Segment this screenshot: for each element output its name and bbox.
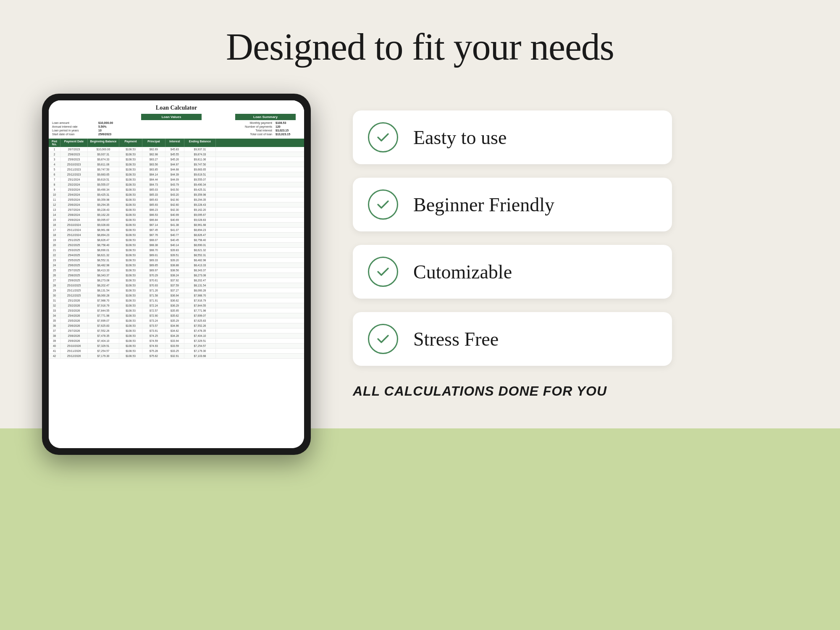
table-cell: 26/7/2023 [60,147,88,152]
start-date-value: 25/6/2023 [98,133,111,136]
table-cell: $7,916.79 [88,303,119,308]
feature-label-1: Easty to use [413,126,507,149]
table-cell: $36.29 [165,303,184,308]
total-cost-value: $13,023.15 [276,133,301,136]
table-cell: $41.38 [165,223,184,227]
table-row: 2825/10/2025$8,202.47$108.53$70.93$37.59… [49,283,304,288]
table-cell: $45.83 [165,147,184,152]
table-cell: $108.53 [119,333,142,338]
table-cell: 25/4/2024 [60,192,88,197]
table-cell: $7,916.79 [184,298,216,303]
table-cell: $69.65 [142,263,165,268]
table-cell: $37.59 [165,283,184,288]
table-row: 425/10/2023$9,811.06$108.53$63.56$44.97$… [49,162,304,167]
table-cell: 2 [49,152,60,157]
table-cell: $8,060.28 [184,288,216,293]
table-cell: $35.29 [165,318,184,323]
table-cell: $8,758.40 [184,238,216,242]
table-cell: $8,894.23 [88,233,119,237]
table-cell: $108.53 [119,344,142,348]
table-cell: 35 [49,318,60,323]
table-cell: $108.53 [119,248,142,252]
table-cell: 25/10/2023 [60,162,88,167]
table-cell: $7,625.83 [184,318,216,323]
spreadsheet-title: Loan Calculator [49,100,304,114]
tablet-device: Loan Calculator Loan Values Loan Summary [42,94,311,455]
table-cell: 25/7/2026 [60,328,88,333]
table-cell: $66.84 [142,218,165,222]
table-row: 825/2/2024$9,555.07$108.53$64.73$43.79$9… [49,182,304,187]
table-cell: $44.97 [165,162,184,167]
feature-card-2: Beginner Friendly [353,178,672,231]
feature-label-2: Beginner Friendly [413,194,554,216]
table-cell: 25/12/2023 [60,172,88,177]
table-cell: 25/11/2026 [60,349,88,353]
table-cell: $34.62 [165,328,184,333]
table-row: 3925/9/2026$7,404.10$108.53$74.59$33.94$… [49,339,304,344]
table-row: 625/12/2023$9,683.65$108.53$64.14$44.39$… [49,172,304,177]
table-cell: $7,625.83 [88,323,119,328]
field-interest-rate: Annual interest rate 5.50% [52,125,165,129]
check-icon-3 [375,264,391,279]
table-row: 3425/4/2026$7,771.98$108.53$72.90$35.62$… [49,313,304,318]
table-cell: $9,425.31 [88,192,119,197]
table-cell: $9,294.35 [88,202,119,207]
table-cell: $7,844.55 [184,303,216,308]
num-payments-value: 120 [276,125,301,128]
table-cell: 25/8/2023 [60,152,88,157]
table-cell: $108.53 [119,192,142,197]
table-cell: $71.91 [142,298,165,303]
table-cell: $7,478.35 [88,333,119,338]
table-cell: 25/2/2024 [60,182,88,187]
table-cell: $108.53 [119,263,142,268]
table-cell: $8,343.37 [88,273,119,278]
table-cell: $62.69 [142,147,165,152]
table-cell: 25/5/2025 [60,258,88,262]
table-cell: $108.53 [119,223,142,227]
field-total-interest: Total interest $3,023.15 [188,129,301,132]
table-cell: $39.20 [165,258,184,262]
table-cell: $108.53 [119,182,142,187]
table-cell: $9,683.65 [88,172,119,177]
table-cell: 25/9/2025 [60,278,88,283]
table-cell: 25/7/2024 [60,207,88,212]
table-cell: $9,028.83 [184,218,216,222]
table-cell: $39.51 [165,253,184,257]
table-cell: $40.99 [165,213,184,217]
table-cell: $65.33 [142,192,165,197]
field-monthly-payment: Monthly payment $108.53 [188,121,301,125]
table-cell: 32 [49,303,60,308]
table-cell: $108.53 [119,328,142,333]
table-cell: 25/6/2024 [60,202,88,207]
table-cell: $9,162.20 [184,207,216,212]
table-cell: 25/12/2026 [60,354,88,358]
table-cell: $9,811.06 [184,157,216,162]
table-row: 126/7/2023$10,000.00$108.53$62.69$45.83$… [49,147,304,152]
table-cell: $39.83 [165,248,184,252]
table-cell: $8,961.68 [88,228,119,232]
table-cell: 38 [49,333,60,338]
table-row: 2325/5/2025$8,552.31$108.53$69.33$39.20$… [49,258,304,263]
table-row: 3725/7/2026$7,552.26$108.53$73.91$34.62$… [49,328,304,333]
table-cell: $38.56 [165,268,184,273]
table-cell: $73.91 [142,328,165,333]
table-cell: $8,413.33 [184,263,216,268]
table-cell: 3 [49,157,60,162]
table-cell: $64.14 [142,172,165,177]
table-cell: 17 [49,228,60,232]
table-cell: $73.24 [142,318,165,323]
table-cell: $75.28 [142,349,165,353]
table-cell: $71.26 [142,288,165,293]
monthly-payment-label: Monthly payment [250,121,272,124]
table-cell: $33.25 [165,349,184,353]
table-cell: $7,179.30 [184,349,216,353]
table-cell: $9,619.51 [184,172,216,177]
table-cell: $9,490.34 [88,187,119,192]
table-cell: $108.53 [119,213,142,217]
table-cell: $108.53 [119,278,142,283]
table-cell: $9,747.50 [88,167,119,172]
start-date-label: Start date of loan [52,133,98,136]
table-cell: $35.95 [165,308,184,313]
table-row: 1625/10/2024$9,028.83$108.53$67.14$41.38… [49,223,304,228]
feature-label-3: Cutomizable [413,261,512,283]
